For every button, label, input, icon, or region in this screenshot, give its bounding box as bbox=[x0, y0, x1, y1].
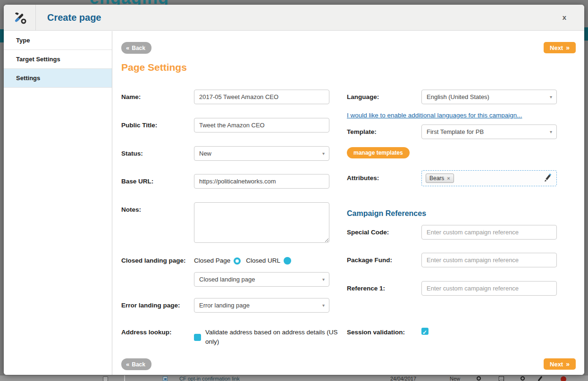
chevron-down-icon: ▾ bbox=[550, 90, 552, 104]
name-label: Name: bbox=[121, 90, 194, 104]
tools-icon bbox=[13, 11, 27, 25]
back-button-bottom[interactable]: «Back bbox=[121, 358, 151, 370]
campaign-references-heading: Campaign References bbox=[347, 209, 426, 218]
sidebar-item-target-settings[interactable]: Target Settings bbox=[4, 50, 112, 69]
dialog-icon-cell bbox=[4, 5, 36, 31]
chevron-left-icon: « bbox=[126, 44, 129, 51]
name-input[interactable] bbox=[194, 90, 329, 104]
column-divider bbox=[124, 375, 125, 381]
row-delete-icon bbox=[561, 376, 566, 381]
closed-landing-select[interactable]: Closed landing page ▾ bbox=[194, 272, 329, 287]
row-checkbox bbox=[103, 376, 108, 381]
closed-url-radio[interactable] bbox=[284, 257, 291, 265]
additional-languages-link[interactable]: I would like to enable additional langua… bbox=[347, 112, 522, 119]
package-fund-input[interactable] bbox=[421, 253, 557, 267]
dialog-sidebar: Type Target Settings Settings bbox=[4, 31, 112, 375]
base-url-input[interactable] bbox=[194, 174, 329, 189]
page-type-icon bbox=[163, 376, 168, 381]
address-lookup-checkbox[interactable] bbox=[194, 334, 201, 341]
row-action-icon bbox=[477, 376, 481, 381]
background-teal-bar-right bbox=[584, 27, 588, 41]
closed-url-option-label: Closed URL bbox=[246, 256, 280, 265]
row-action-icon bbox=[521, 376, 525, 381]
close-icon[interactable]: x bbox=[560, 13, 569, 22]
back-button-top[interactable]: «Back bbox=[121, 42, 151, 54]
status-label: Status: bbox=[121, 146, 194, 161]
row-list-icon bbox=[499, 376, 504, 381]
create-page-dialog: Create page x Type Target Settings Setti… bbox=[4, 5, 584, 375]
background-brand-logo: engaging bbox=[90, 0, 193, 5]
base-url-label: Base URL: bbox=[121, 174, 194, 189]
template-label: Template: bbox=[347, 124, 421, 139]
notes-textarea[interactable] bbox=[194, 202, 329, 243]
background-table-row: CF opt-in confirmation link 24/04/2017 N… bbox=[0, 375, 588, 381]
address-lookup-label: Address lookup: bbox=[121, 328, 194, 347]
chevron-down-icon: ▾ bbox=[322, 147, 325, 160]
attributes-tag-input[interactable]: Bears × bbox=[421, 170, 557, 186]
closed-page-option-label: Closed Page bbox=[194, 256, 230, 265]
closed-page-radio[interactable] bbox=[234, 257, 241, 265]
language-select[interactable]: English (United States) ▾ bbox=[421, 90, 557, 104]
error-landing-select[interactable]: Error landing page ▾ bbox=[194, 298, 329, 313]
dialog-header: Create page x bbox=[4, 5, 584, 31]
package-fund-label: Package Fund: bbox=[347, 253, 421, 267]
closed-landing-label: Closed landing page: bbox=[121, 256, 194, 265]
next-button-bottom[interactable]: Next» bbox=[544, 358, 576, 370]
sidebar-item-type[interactable]: Type bbox=[4, 31, 112, 50]
chevron-down-icon: ▾ bbox=[322, 298, 325, 312]
background-teal-bar-left bbox=[0, 29, 4, 42]
template-select[interactable]: First Template for PB ▾ bbox=[421, 124, 557, 139]
attribute-tag: Bears × bbox=[426, 174, 454, 183]
chevron-right-icon: » bbox=[566, 44, 570, 51]
manage-templates-button[interactable]: manage templates bbox=[347, 147, 410, 158]
chevron-down-icon: ▾ bbox=[550, 125, 552, 139]
sidebar-item-settings[interactable]: Settings bbox=[4, 69, 112, 88]
row-date: 24/04/2017 bbox=[390, 376, 416, 381]
remove-tag-icon[interactable]: × bbox=[447, 175, 450, 181]
status-select[interactable]: New ▾ bbox=[194, 146, 329, 161]
chevron-left-icon: « bbox=[126, 361, 129, 368]
chevron-down-icon: ▾ bbox=[322, 273, 325, 286]
dialog-content: «Back Next» Page Settings Name: Public T… bbox=[113, 31, 584, 375]
edit-pencil-icon[interactable] bbox=[543, 174, 553, 183]
row-page-name: CF opt-in confirmation link bbox=[179, 376, 240, 381]
error-landing-label: Error landing page: bbox=[121, 298, 194, 313]
attributes-label: Attributes: bbox=[347, 170, 421, 186]
chevron-right-icon: » bbox=[566, 360, 570, 368]
row-pencil-icon bbox=[538, 376, 543, 381]
page-title: Page Settings bbox=[121, 62, 187, 73]
public-title-input[interactable] bbox=[194, 118, 329, 133]
reference-1-input[interactable] bbox=[421, 281, 557, 296]
row-status: New bbox=[450, 376, 460, 381]
special-code-input[interactable] bbox=[421, 225, 557, 240]
reference-1-label: Reference 1: bbox=[347, 281, 421, 296]
address-lookup-text: Validate address based on address detail… bbox=[205, 328, 350, 347]
special-code-label: Special Code: bbox=[347, 225, 421, 240]
public-title-label: Public Title: bbox=[121, 118, 194, 133]
session-validation-checkbox[interactable] bbox=[421, 328, 428, 335]
notes-label: Notes: bbox=[121, 202, 194, 245]
dialog-title: Create page bbox=[47, 5, 101, 31]
next-button-top[interactable]: Next» bbox=[544, 42, 576, 53]
language-label: Language: bbox=[347, 90, 421, 104]
session-validation-label: Session validation: bbox=[347, 328, 421, 337]
